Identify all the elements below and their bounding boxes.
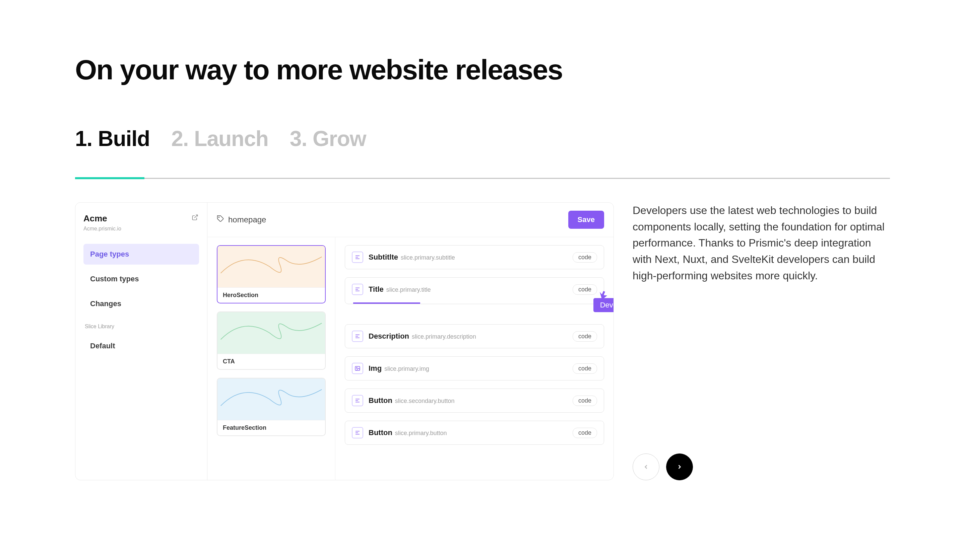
right-column: Developers use the latest web technologi… <box>633 202 890 480</box>
panel-header: homepage Save <box>208 202 613 237</box>
field-name: Buttonslice.secondary.button <box>368 396 455 405</box>
app-mockup: Acme Acme.prismic.io Page types Custom t… <box>75 202 614 480</box>
svg-point-3 <box>356 367 357 368</box>
field-button-secondary[interactable]: Buttonslice.secondary.button code <box>345 389 604 413</box>
field-name: Imgslice.primary.img <box>368 364 429 373</box>
field-name: Subtitlteslice.primary.subtitle <box>368 253 455 261</box>
tab-launch[interactable]: 2. Launch <box>171 126 268 151</box>
panel-body: HeroSection CTA FeatureSec <box>208 237 613 480</box>
text-icon <box>352 251 363 263</box>
tag-icon <box>217 215 224 224</box>
slice-cta[interactable]: CTA <box>217 312 325 370</box>
workspace-domain: Acme.prismic.io <box>83 226 121 232</box>
workspace-name: Acme <box>83 213 121 224</box>
code-badge[interactable]: code <box>572 363 597 374</box>
field-name: Buttonslice.primary.button <box>368 428 447 437</box>
code-badge[interactable]: code <box>572 428 597 438</box>
breadcrumb: homepage <box>217 215 266 224</box>
slice-feature-section[interactable]: FeatureSection <box>217 378 325 436</box>
page-title: On your way to more website releases <box>75 54 890 86</box>
slice-label: FeatureSection <box>218 420 325 436</box>
text-icon <box>352 284 363 295</box>
slice-label: HeroSection <box>218 287 325 303</box>
tabs-row: 1. Build 2. Launch 3. Grow <box>75 126 890 151</box>
next-button[interactable] <box>666 454 693 480</box>
field-img[interactable]: Imgslice.primary.img code <box>345 356 604 380</box>
slice-label: CTA <box>218 354 325 369</box>
text-icon <box>352 331 363 342</box>
nav-page-types[interactable]: Page types <box>83 244 199 264</box>
chevron-left-icon <box>643 464 649 470</box>
text-icon <box>352 395 363 406</box>
code-badge[interactable]: code <box>572 395 597 406</box>
slice-library-label: Slice Library <box>83 322 199 331</box>
progress-track <box>75 178 890 179</box>
nav-custom-types[interactable]: Custom types <box>83 269 199 289</box>
field-subtitle[interactable]: Subtitlteslice.primary.subtitle code <box>345 245 604 269</box>
code-badge[interactable]: code <box>572 284 597 295</box>
nav-changes[interactable]: Changes <box>83 293 199 314</box>
fields-column: Subtitlteslice.primary.subtitle code Tit… <box>335 237 613 480</box>
svg-line-0 <box>195 215 197 218</box>
image-icon <box>352 363 363 374</box>
slide-description: Developers use the latest web technologi… <box>633 202 890 284</box>
tab-grow[interactable]: 3. Grow <box>290 126 366 151</box>
prev-button[interactable] <box>633 454 659 480</box>
external-link-icon[interactable] <box>191 213 199 221</box>
library-default[interactable]: Default <box>83 336 199 356</box>
slice-column: HeroSection CTA FeatureSec <box>208 237 335 480</box>
field-button-primary[interactable]: Buttonslice.primary.button code <box>345 421 604 445</box>
code-badge[interactable]: code <box>572 252 597 263</box>
title-edit-underline <box>353 302 420 304</box>
field-name: Descriptionslice.primary.description <box>368 332 476 341</box>
tab-build[interactable]: 1. Build <box>75 126 150 151</box>
svg-point-1 <box>219 217 219 218</box>
slice-preview <box>218 246 325 287</box>
text-icon <box>352 427 363 438</box>
slice-hero-section[interactable]: HeroSection <box>217 245 325 304</box>
field-title[interactable]: Titleslice.primary.title code <box>345 277 604 304</box>
code-badge[interactable]: code <box>572 331 597 341</box>
sidebar-title-block: Acme Acme.prismic.io <box>83 213 121 232</box>
breadcrumb-label: homepage <box>228 215 266 224</box>
field-name: Titleslice.primary.title <box>368 285 431 294</box>
slice-preview <box>218 312 325 354</box>
main-panel: homepage Save HeroSection <box>208 202 613 480</box>
save-button[interactable]: Save <box>568 211 604 229</box>
slice-preview <box>218 379 325 420</box>
progress-fill <box>75 177 144 179</box>
sidebar: Acme Acme.prismic.io Page types Custom t… <box>75 202 208 480</box>
chevron-right-icon <box>676 464 683 470</box>
sidebar-header: Acme Acme.prismic.io <box>83 213 199 232</box>
field-description[interactable]: Descriptionslice.primary.description cod… <box>345 324 604 348</box>
carousel-arrows <box>633 454 890 480</box>
